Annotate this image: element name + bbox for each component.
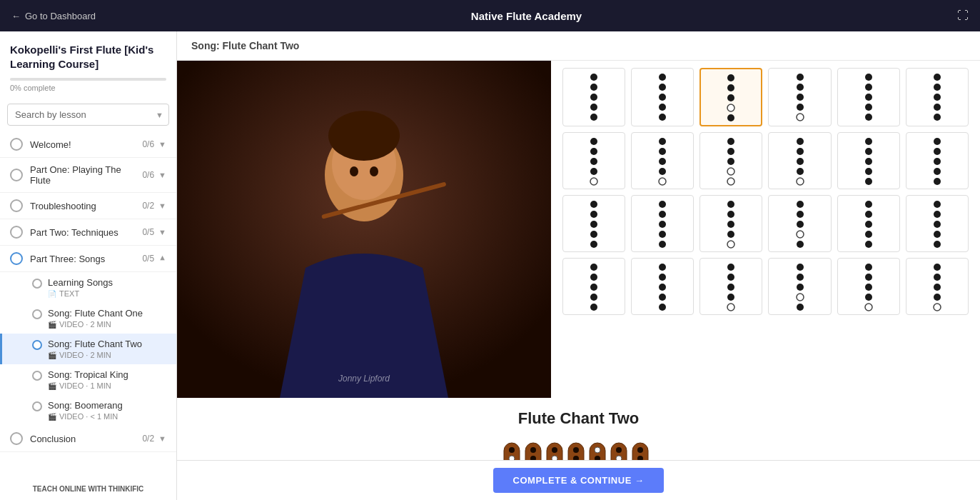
svg-point-111 — [727, 304, 734, 311]
lesson-circle-chant-two — [32, 340, 42, 350]
svg-point-152 — [637, 447, 643, 453]
svg-point-132 — [530, 447, 536, 453]
progress-label: 0% complete — [10, 84, 166, 92]
section-progress-conclusion: 0/2 — [142, 434, 154, 444]
svg-point-67 — [590, 201, 597, 208]
svg-point-118 — [865, 274, 872, 281]
svg-point-107 — [727, 264, 734, 271]
svg-point-87 — [865, 201, 872, 208]
sidebar-item-troubleshooting[interactable]: Troubleshooting 0/2 ▼ — [0, 193, 176, 219]
svg-point-116 — [797, 304, 804, 311]
search-input[interactable]: Search by lesson — [7, 104, 169, 126]
lesson-item-tropical-king[interactable]: Song: Tropical King 🎬 VIDEO · 1 MIN — [0, 364, 176, 395]
svg-point-103 — [659, 274, 666, 281]
svg-point-74 — [659, 221, 666, 228]
back-label: Go to Dashboard — [25, 11, 96, 21]
lesson-item-chant-one[interactable]: Song: Flute Chant One 🎬 VIDEO · 2 MIN — [0, 303, 176, 334]
svg-point-14 — [659, 94, 666, 101]
finger-svg-11 — [859, 136, 879, 186]
section-progress-welcome: 0/6 — [142, 139, 154, 149]
finger-svg-17 — [859, 199, 879, 249]
svg-point-126 — [934, 304, 941, 311]
svg-point-123 — [934, 274, 941, 281]
sidebar-item-welcome[interactable]: Welcome! 0/6 ▼ — [0, 131, 176, 158]
lesson-meta-tropical-king: 🎬 VIDEO · 1 MIN — [48, 381, 166, 390]
section-circle-conclusion — [10, 432, 23, 445]
app-title: Native Flute Academy — [96, 10, 957, 22]
finger-diagram-8 — [631, 132, 694, 189]
svg-point-144 — [595, 447, 600, 453]
svg-point-81 — [727, 241, 734, 248]
svg-point-36 — [934, 114, 941, 121]
svg-point-125 — [934, 294, 941, 301]
finger-svg-7 — [584, 136, 604, 186]
lesson-circle-boomerang — [32, 401, 42, 411]
section-label-welcome: Welcome! — [30, 139, 142, 150]
finger-svg-9 — [721, 136, 741, 186]
svg-point-94 — [934, 221, 941, 228]
expand-icon[interactable]: ⛶ — [957, 9, 969, 22]
svg-point-54 — [797, 158, 804, 165]
sidebar-item-part-one[interactable]: Part One: Playing The Flute 0/6 ▼ — [0, 158, 176, 193]
svg-point-28 — [865, 84, 872, 91]
section-progress-troubleshooting: 0/2 — [142, 201, 154, 211]
lesson-circle-learning-songs — [32, 279, 42, 289]
video-watermark: Jonny Lipford — [338, 374, 390, 384]
finger-diagram-6 — [906, 68, 969, 126]
section-progress-part-one: 0/6 — [142, 170, 154, 180]
svg-point-20 — [727, 104, 734, 111]
chevron-troubleshooting: ▼ — [158, 201, 166, 210]
lesson-item-boomerang[interactable]: Song: Boomerang 🎬 VIDEO · < 1 MIN — [0, 395, 176, 426]
finger-diagram-12 — [906, 132, 969, 189]
svg-point-148 — [616, 447, 622, 453]
complete-continue-button[interactable]: COMPLETE & CONTINUE → — [493, 468, 665, 493]
finger-diagram-2 — [631, 68, 694, 126]
video-player[interactable]: Jonny Lipford — [177, 61, 551, 398]
lesson-meta-type-boomerang: VIDEO · < 1 MIN — [59, 412, 118, 421]
section-circle-part-one — [10, 169, 23, 181]
svg-point-5 — [370, 166, 378, 176]
section-label-part-three: Part Three: Songs — [30, 254, 142, 264]
svg-point-6 — [328, 111, 400, 161]
lesson-meta-chant-one: 🎬 VIDEO · 2 MIN — [48, 320, 166, 329]
svg-point-122 — [934, 264, 941, 271]
finger-diagram-19 — [562, 258, 625, 315]
svg-point-112 — [797, 264, 804, 271]
svg-point-51 — [727, 178, 734, 185]
lesson-item-chant-two[interactable]: Song: Flute Chant Two 🎬 VIDEO · 2 MIN — [0, 334, 176, 364]
svg-point-109 — [727, 284, 734, 291]
lesson-title-chant-two: Song: Flute Chant Two — [48, 339, 166, 349]
finger-svg-18 — [927, 199, 947, 249]
svg-point-117 — [865, 264, 872, 271]
sidebar-item-part-three[interactable]: Part Three: Songs 0/5 ▼ — [0, 246, 176, 272]
svg-point-15 — [659, 104, 666, 111]
svg-point-104 — [659, 284, 666, 291]
svg-point-25 — [797, 104, 804, 111]
svg-point-4 — [350, 166, 358, 176]
section-label-part-one: Part One: Playing The Flute — [30, 164, 142, 186]
lesson-title-learning-songs: Learning Songs — [48, 277, 166, 288]
search-box: Search by lesson ▼ — [7, 104, 169, 126]
finger-svg-14 — [652, 199, 672, 249]
svg-point-55 — [797, 168, 804, 175]
svg-point-91 — [865, 241, 872, 248]
svg-point-60 — [865, 168, 872, 175]
finger-svg-6 — [927, 71, 947, 121]
svg-point-68 — [590, 211, 597, 218]
svg-point-88 — [865, 211, 872, 218]
svg-point-80 — [727, 231, 734, 238]
svg-point-44 — [659, 158, 666, 165]
sidebar-item-conclusion[interactable]: Conclusion 0/2 ▼ — [0, 426, 176, 452]
svg-point-97 — [590, 264, 597, 271]
svg-point-128 — [509, 447, 515, 453]
finger-svg-5 — [859, 71, 879, 121]
svg-point-30 — [865, 104, 872, 111]
sidebar-item-part-two[interactable]: Part Two: Techniques 0/5 ▼ — [0, 219, 176, 246]
lesson-title-header: Song: Flute Chant Two — [191, 40, 299, 51]
finger-svg-3 — [721, 72, 741, 122]
finger-diagram-24 — [906, 258, 969, 315]
back-button[interactable]: ← Go to Dashboard — [11, 11, 96, 21]
topbar: ← Go to Dashboard Native Flute Academy ⛶ — [0, 0, 980, 31]
lesson-item-learning-songs[interactable]: Learning Songs 📄 TEXT — [0, 272, 176, 303]
svg-point-73 — [659, 211, 666, 218]
